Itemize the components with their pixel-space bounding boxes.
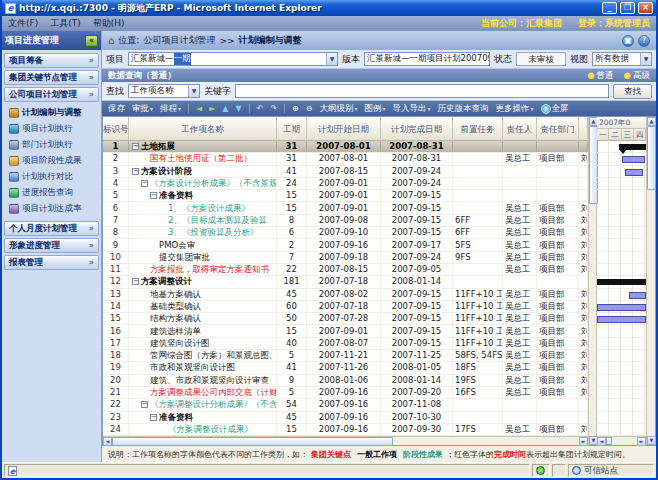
table-row[interactable]: 16 建筑选样清单 15 2007-09-01 2007-09-15 11FF+… bbox=[103, 325, 588, 337]
table-row[interactable]: 21 方案调整成果公司内部交底（计财 5 2007-09-16 2007-09-… bbox=[103, 387, 588, 399]
sidebar-section-button[interactable]: 公司项目计划管理» bbox=[4, 87, 99, 102]
scroll-up-icon[interactable]: ▲ bbox=[647, 117, 656, 126]
outline-level-button[interactable]: 大纲级别▾ bbox=[319, 103, 357, 115]
chevron-down-icon[interactable]: ▼ bbox=[640, 53, 651, 65]
table-row[interactable]: 1 −土地拓展 31 2007-08-01 2007-08-31 bbox=[103, 141, 588, 153]
approve-button[interactable]: 审批▾ bbox=[132, 103, 153, 115]
table-row[interactable]: 24 《方案调整设计成果》 15 2007-09-16 2007-09-30 1… bbox=[103, 424, 588, 436]
table-row[interactable]: 18 管网综合图（方案）和景观总图、 5 2007-11-21 2007-11-… bbox=[103, 350, 588, 362]
query-mode-normal[interactable]: ●普通 bbox=[587, 70, 613, 82]
collapse-icon[interactable]: − bbox=[132, 143, 139, 150]
table-row[interactable]: 8 3、《投资验算及分析》 6 2007-09-10 2007-09-15 6F… bbox=[103, 227, 588, 239]
scroll-down-icon[interactable]: ▼ bbox=[647, 436, 656, 445]
table-row[interactable]: 9 PMO会审 2 2007-09-16 2007-09-17 5FS 吴总工 … bbox=[103, 239, 588, 251]
find-button[interactable]: 查找 bbox=[613, 84, 652, 99]
scroll-left-icon[interactable]: ◄ bbox=[597, 437, 606, 446]
scroll-left-icon[interactable]: ◄ bbox=[103, 437, 112, 446]
home-icon[interactable]: ⌂ bbox=[108, 35, 114, 46]
page-icon[interactable]: ▣ bbox=[622, 35, 634, 47]
collapse-icon[interactable]: − bbox=[141, 401, 148, 408]
collapse-icon[interactable]: − bbox=[132, 278, 139, 285]
collapse-icon[interactable]: − bbox=[150, 414, 157, 421]
gantt-bar-summary[interactable] bbox=[619, 144, 646, 150]
scroll-right-icon[interactable]: ► bbox=[637, 437, 646, 446]
sidebar-item[interactable]: 项目阶段性成果 bbox=[4, 153, 99, 169]
zoom-in-icon[interactable]: ⊕ bbox=[292, 105, 299, 113]
schedule-button[interactable]: 排程▾ bbox=[160, 103, 181, 115]
sidebar-section-button[interactable]: 报表管理» bbox=[4, 255, 99, 270]
table-row[interactable]: 5 −准备资料 15 2007-09-01 2007-09-15 bbox=[103, 190, 588, 202]
table-row[interactable]: 13 地基方案确认 45 2007-08-02 2007-09-15 11FF+… bbox=[103, 289, 588, 301]
close-button[interactable]: × bbox=[638, 2, 653, 14]
column-header[interactable]: 计划完成日期 bbox=[381, 117, 453, 141]
minimize-button[interactable]: _ bbox=[602, 2, 617, 14]
gantt-bar-task[interactable] bbox=[629, 292, 646, 299]
gantt-bar-task[interactable] bbox=[597, 316, 646, 323]
table-row[interactable]: 7 2、《目标成本测算及验算 8 2007-09-08 2007-09-15 6… bbox=[103, 215, 588, 227]
query-mode-advanced[interactable]: ●高级 bbox=[624, 70, 650, 82]
column-header[interactable]: 标识号 bbox=[103, 117, 129, 141]
table-row[interactable]: 22 −《方案调整设计分析成果》（不含 54 2007-09-16 2007-1… bbox=[103, 399, 588, 411]
maximize-button[interactable]: ❐ bbox=[620, 2, 635, 14]
more-actions-button[interactable]: 更多操作▾ bbox=[496, 103, 534, 115]
sidebar-section-button[interactable]: 形象进度管理» bbox=[4, 238, 99, 253]
column-header[interactable]: 前置任务 bbox=[453, 117, 503, 141]
table-row[interactable]: 2 国有土地使用证（第二批） 31 2007-08-01 2007-08-31 … bbox=[103, 153, 588, 165]
gantt-horizontal-scrollbar[interactable]: ◄ ► bbox=[597, 436, 646, 445]
sidebar-section-button[interactable]: 个人月度计划管理» bbox=[4, 221, 99, 236]
column-header[interactable] bbox=[579, 117, 588, 141]
table-row[interactable]: 3 −方案设计阶段 41 2007-08-15 2007-09-24 bbox=[103, 166, 588, 178]
gantt-bar-summary[interactable] bbox=[597, 279, 646, 285]
version-field[interactable]: 汇景新城—一期项目计划20070904版本 bbox=[364, 52, 490, 66]
table-row[interactable]: 6 1、《方案设计成果》 15 2007-09-01 2007-09-15 吴总… bbox=[103, 202, 588, 214]
project-select[interactable]: 汇景新城—一期 ▼ bbox=[128, 52, 338, 66]
scrollbar-thumb[interactable] bbox=[112, 437, 393, 446]
sidebar-section-button[interactable]: 集团关键节点管理» bbox=[4, 70, 99, 85]
scroll-right-icon[interactable]: ► bbox=[579, 437, 588, 446]
chevron-down-icon[interactable]: ▼ bbox=[188, 85, 199, 97]
table-row[interactable]: 4 −《方案设计分析成果》（不含景观 24 2007-09-01 2007-09… bbox=[103, 178, 588, 190]
table-row[interactable]: 15 结构方案确认 50 2007-07-28 2007-09-15 11FF+… bbox=[103, 313, 588, 325]
table-horizontal-scrollbar[interactable]: ◄ ► bbox=[103, 436, 588, 445]
table-row[interactable]: 10 提交集团审批 7 2007-09-18 2007-09-24 9FS 吴总… bbox=[103, 252, 588, 264]
sidebar-item[interactable]: 进度报告查询 bbox=[4, 185, 99, 201]
table-vertical-scrollbar[interactable]: ▲ ▼ bbox=[588, 117, 597, 445]
column-header[interactable]: 责任部门 bbox=[537, 117, 579, 141]
scrollbar-thumb[interactable] bbox=[647, 126, 656, 190]
table-row[interactable]: 17 建筑竖向设计图 40 2007-08-07 2007-09-15 11FF… bbox=[103, 338, 588, 350]
search-field-select[interactable]: 工作项名称 ▼ bbox=[128, 84, 200, 98]
move-down-icon[interactable]: ▼ bbox=[236, 105, 242, 113]
column-header[interactable]: 工作项名称 bbox=[129, 117, 277, 141]
indent-right-icon[interactable]: ► bbox=[209, 105, 215, 113]
menu-item[interactable]: 帮助(H) bbox=[93, 17, 125, 30]
sidebar-item[interactable]: 项目计划达成率 bbox=[4, 201, 99, 217]
table-row[interactable]: 11 方案报批，取得审定方案通知书 22 2007-08-15 2007-09-… bbox=[103, 264, 588, 276]
column-header[interactable]: 计划开始日期 bbox=[307, 117, 381, 141]
fullscreen-button[interactable]: ?全屏 bbox=[541, 103, 569, 115]
chevron-down-icon[interactable]: ▼ bbox=[326, 53, 337, 65]
keyword-input[interactable] bbox=[235, 84, 609, 98]
table-row[interactable]: 23 −准备资料 45 2007-09-16 2007-10-30 bbox=[103, 412, 588, 424]
import-export-button[interactable]: 导入导出▾ bbox=[393, 103, 431, 115]
sidebar-item[interactable]: 计划执行对比 bbox=[4, 169, 99, 185]
collapse-sidebar-icon[interactable]: « bbox=[85, 35, 98, 47]
breadcrumb-parent[interactable]: 公司项目计划管理 bbox=[143, 34, 215, 47]
table-row[interactable]: 19 市政和景观竖向设计图 41 2007-11-26 2008-01-05 1… bbox=[103, 362, 588, 374]
menu-item[interactable]: 文件(F) bbox=[8, 17, 38, 30]
column-header[interactable]: 工期 bbox=[277, 117, 307, 141]
table-row[interactable]: 20 建筑、市政和景观竖向设计审查 9 2008-01-06 2008-01-1… bbox=[103, 375, 588, 387]
legend-button[interactable]: 图例▾ bbox=[364, 103, 385, 115]
view-select[interactable]: 所有数据 ▼ bbox=[592, 52, 652, 66]
gantt-bar-task[interactable] bbox=[622, 156, 646, 163]
save-button[interactable]: 保存 bbox=[108, 103, 125, 115]
sidebar-item[interactable]: 部门计划执行 bbox=[4, 137, 99, 153]
collapse-icon[interactable]: − bbox=[141, 180, 148, 187]
sidebar-tab-header[interactable]: 项目进度管理 « bbox=[2, 31, 101, 50]
sidebar-item[interactable]: 计划编制与调整 bbox=[4, 105, 99, 121]
gantt-bar-task[interactable] bbox=[625, 169, 643, 176]
sidebar-item[interactable]: 项目计划执行 bbox=[4, 121, 99, 137]
history-version-button[interactable]: 历史版本查询 bbox=[438, 103, 489, 115]
collapse-icon[interactable]: − bbox=[150, 192, 157, 199]
table-row[interactable]: 12 −方案调整设计 181 2007-07-18 2008-01-14 bbox=[103, 276, 588, 288]
redo-icon[interactable]: ↷ bbox=[270, 105, 277, 113]
